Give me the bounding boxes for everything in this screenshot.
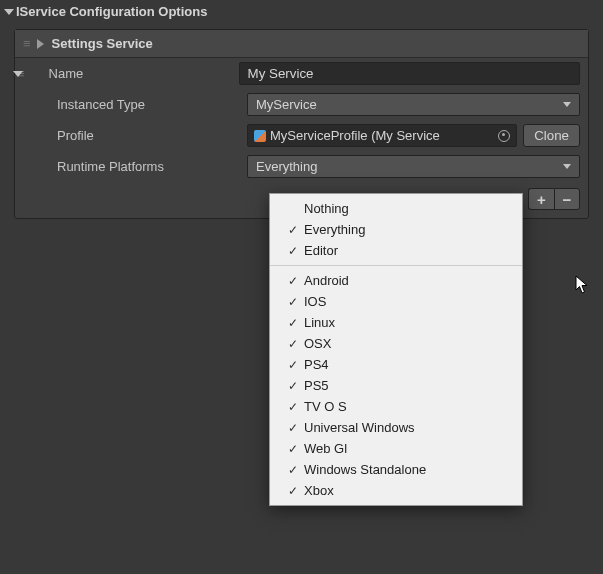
check-icon: ✓ — [282, 358, 304, 372]
name-input[interactable] — [239, 62, 580, 85]
popup-item-label: Nothing — [304, 201, 349, 216]
clone-button[interactable]: Clone — [523, 124, 580, 147]
type-value: MyService — [256, 97, 317, 112]
popup-item[interactable]: ✓PS4 — [270, 354, 522, 375]
popup-item-label: TV O S — [304, 399, 347, 414]
separator — [270, 265, 522, 266]
cursor-icon — [575, 275, 591, 298]
remove-button[interactable]: − — [554, 188, 580, 210]
row-profile: Profile MyServiceProfile (My Service Clo… — [15, 120, 588, 151]
check-icon: ✓ — [282, 274, 304, 288]
popup-item[interactable]: ✓PS5 — [270, 375, 522, 396]
check-icon: ✓ — [282, 223, 304, 237]
section-header[interactable]: IService Configuration Options — [0, 0, 603, 23]
row-runtime-platforms: Runtime Platforms Everything — [15, 151, 588, 182]
popup-item[interactable]: ✓Web Gl — [270, 438, 522, 459]
popup-item[interactable]: ✓Everything — [270, 219, 522, 240]
popup-item-label: Editor — [304, 243, 338, 258]
popup-item[interactable]: ✓Xbox — [270, 480, 522, 501]
profile-object-field[interactable]: MyServiceProfile (My Service — [247, 124, 517, 147]
popup-item[interactable]: Nothing — [270, 198, 522, 219]
popup-item[interactable]: ✓Linux — [270, 312, 522, 333]
foldout-triangle-icon[interactable] — [13, 71, 23, 77]
popup-item-label: Linux — [304, 315, 335, 330]
popup-item-label: Universal Windows — [304, 420, 415, 435]
drag-handle-icon[interactable]: ≡ — [23, 36, 29, 51]
check-icon: ✓ — [282, 400, 304, 414]
platforms-label: Runtime Platforms — [39, 159, 239, 174]
popup-item[interactable]: ✓Editor — [270, 240, 522, 261]
row-instanced-type: Instanced Type MyService — [15, 89, 588, 120]
check-icon: ✓ — [282, 484, 304, 498]
platforms-value: Everything — [256, 159, 317, 174]
expand-triangle-icon — [37, 39, 44, 49]
platforms-popup: Nothing✓Everything✓Editor✓Android✓IOS✓Li… — [269, 193, 523, 506]
check-icon: ✓ — [282, 316, 304, 330]
check-icon: ✓ — [282, 463, 304, 477]
platforms-dropdown[interactable]: Everything — [247, 155, 580, 178]
foldout-triangle-icon — [4, 9, 14, 15]
service-panel: ≡ Settings Service ≡ Name Instanced Type… — [14, 29, 589, 219]
popup-item-label: PS4 — [304, 357, 329, 372]
popup-item-label: Windows Standalone — [304, 462, 426, 477]
popup-item-label: OSX — [304, 336, 331, 351]
service-panel-header[interactable]: ≡ Settings Service — [15, 30, 588, 58]
check-icon: ✓ — [282, 244, 304, 258]
profile-value: MyServiceProfile (My Service — [270, 128, 494, 143]
type-label: Instanced Type — [39, 97, 239, 112]
popup-item-label: Xbox — [304, 483, 334, 498]
type-dropdown[interactable]: MyService — [247, 93, 580, 116]
add-button[interactable]: + — [528, 188, 554, 210]
section-title: IService Configuration Options — [16, 4, 207, 19]
popup-item-label: IOS — [304, 294, 326, 309]
check-icon: ✓ — [282, 295, 304, 309]
chevron-down-icon — [563, 164, 571, 169]
chevron-down-icon — [563, 102, 571, 107]
asset-icon — [254, 130, 266, 142]
row-name: ≡ Name — [15, 58, 588, 89]
popup-item[interactable]: ✓OSX — [270, 333, 522, 354]
profile-label: Profile — [39, 128, 239, 143]
popup-item[interactable]: ✓TV O S — [270, 396, 522, 417]
popup-item[interactable]: ✓Universal Windows — [270, 417, 522, 438]
check-icon: ✓ — [282, 421, 304, 435]
check-icon: ✓ — [282, 442, 304, 456]
popup-item-label: Everything — [304, 222, 365, 237]
popup-item-label: PS5 — [304, 378, 329, 393]
popup-item-label: Web Gl — [304, 441, 347, 456]
check-icon: ✓ — [282, 379, 304, 393]
popup-item[interactable]: ✓Windows Standalone — [270, 459, 522, 480]
check-icon: ✓ — [282, 337, 304, 351]
object-picker-icon[interactable] — [498, 130, 510, 142]
popup-item-label: Android — [304, 273, 349, 288]
popup-item[interactable]: ✓Android — [270, 270, 522, 291]
name-label: Name — [31, 66, 231, 81]
service-title: Settings Service — [52, 36, 153, 51]
popup-item[interactable]: ✓IOS — [270, 291, 522, 312]
